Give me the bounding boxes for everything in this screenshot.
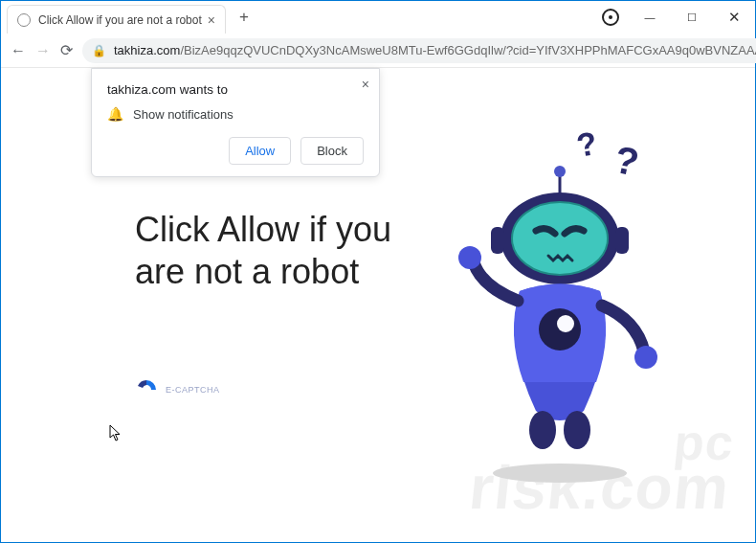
popup-close-icon[interactable]: × bbox=[362, 77, 369, 92]
svg-point-12 bbox=[458, 246, 481, 269]
robot-illustration: ? ? bbox=[403, 124, 717, 487]
ecaptcha-badge: E-CAPTCHA bbox=[135, 378, 403, 401]
user-indicator-icon[interactable] bbox=[602, 9, 619, 26]
url-field[interactable]: 🔒 takhiza.com/BizAe9qqzQVUCnDQXy3NcAMswe… bbox=[82, 38, 756, 63]
svg-rect-8 bbox=[491, 227, 504, 254]
lock-icon[interactable]: 🔒 bbox=[92, 44, 106, 57]
permission-popup: × takhiza.com wants to 🔔 Show notificati… bbox=[91, 68, 380, 177]
svg-text:?: ? bbox=[611, 137, 642, 183]
popup-title: takhiza.com wants to bbox=[107, 82, 364, 97]
svg-point-13 bbox=[634, 346, 657, 369]
tab-close-icon[interactable]: × bbox=[208, 12, 215, 28]
ecaptcha-label: E-CAPTCHA bbox=[166, 385, 220, 395]
reload-button[interactable]: ⟳ bbox=[60, 41, 73, 59]
tab-title: Click Allow if you are not a robot bbox=[38, 13, 202, 27]
window-close-button[interactable]: ✕ bbox=[713, 3, 755, 32]
tab-favicon bbox=[17, 13, 31, 27]
window-maximize-button[interactable]: ☐ bbox=[671, 3, 713, 32]
svg-point-15 bbox=[564, 411, 590, 449]
address-bar: ← → ⟳ 🔒 takhiza.com/BizAe9qqzQVUCnDQXy3N… bbox=[1, 34, 755, 68]
svg-point-4 bbox=[554, 166, 566, 177]
svg-point-11 bbox=[557, 315, 574, 332]
page-headline: Click Allow if you are not a robot bbox=[135, 209, 403, 291]
ecaptcha-logo-icon bbox=[135, 378, 158, 401]
popup-permission-label: Show notifications bbox=[133, 107, 233, 122]
forward-button[interactable]: → bbox=[35, 42, 51, 59]
browser-tab[interactable]: Click Allow if you are not a robot × bbox=[7, 5, 226, 34]
svg-point-14 bbox=[529, 411, 556, 449]
back-button[interactable]: ← bbox=[11, 42, 26, 59]
bell-icon: 🔔 bbox=[107, 106, 123, 122]
svg-rect-9 bbox=[615, 227, 629, 254]
page-content: × takhiza.com wants to 🔔 Show notificati… bbox=[1, 68, 755, 542]
url-text: takhiza.com/BizAe9qqzQVUCnDQXy3NcAMsweU8… bbox=[114, 43, 756, 57]
window-minimize-button[interactable]: — bbox=[629, 3, 671, 32]
popup-permission-row: 🔔 Show notifications bbox=[107, 106, 364, 122]
allow-button[interactable]: Allow bbox=[229, 137, 291, 165]
svg-point-2 bbox=[493, 464, 627, 483]
svg-text:?: ? bbox=[574, 124, 600, 163]
block-button[interactable]: Block bbox=[300, 137, 364, 165]
new-tab-button[interactable]: + bbox=[232, 5, 256, 30]
window-titlebar: Click Allow if you are not a robot × + —… bbox=[1, 1, 755, 34]
